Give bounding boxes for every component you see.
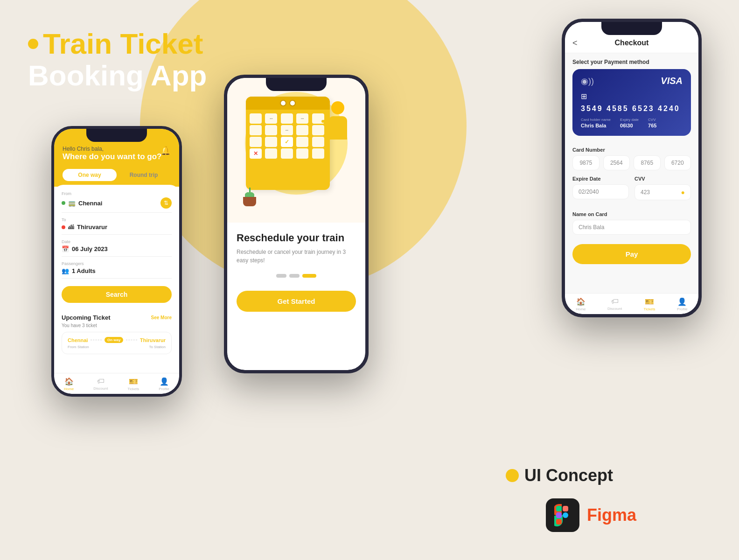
phone-shell-right: < Checkout Select your Payment method ◉)… [562, 19, 702, 317]
p1-greeting: Hello Chris bala, [63, 146, 171, 152]
cvv-label: CVV [648, 118, 656, 122]
expiry-label: Expiry date [620, 118, 639, 122]
from-field: From 🚃 Chennai ⇅ [62, 191, 172, 213]
cal-cell-8 [281, 125, 293, 135]
bell-icon: 🔔 [160, 146, 171, 156]
to-station-label: To Station [149, 345, 166, 349]
eye-icon: ● [681, 189, 685, 196]
nav-discount[interactable]: 🏷 Discount [93, 377, 108, 391]
see-more-link[interactable]: See More [151, 315, 172, 320]
card-holder-value: Chris Bala [581, 123, 611, 128]
card-number-inputs: 9875 2564 8765 6720 [572, 155, 691, 170]
ticket-labels: From Station To Station [68, 345, 166, 349]
ticket-route: Chennai On way Thiruvarur [68, 337, 166, 343]
ui-concept-dot [506, 469, 519, 482]
ticket-badge: On way [105, 337, 123, 343]
date-label: Date [62, 239, 172, 244]
phone-notch-middle [266, 78, 327, 91]
expire-date-label: Expire Date [572, 176, 629, 182]
card-num-input-1[interactable]: 9875 [572, 155, 600, 170]
title-dot [28, 39, 38, 49]
cvv-form-label: CVV [634, 176, 691, 182]
get-started-button[interactable]: Get Started [237, 291, 356, 312]
card-num-input-3[interactable]: 8765 [634, 155, 661, 170]
date-row: 📅 06 July 2023 [62, 245, 172, 252]
svg-rect-4 [563, 506, 568, 511]
svg-rect-2 [556, 512, 562, 518]
tickets-label: Tickets [127, 387, 139, 391]
checkout-title: Checkout [615, 39, 649, 47]
dot-3-active [302, 274, 316, 278]
cal-cell-20 [312, 148, 324, 159]
tab-roundtrip[interactable]: Round trip [117, 169, 171, 181]
payment-method-label: Select your Payment method [572, 59, 691, 65]
profile-label: Profile [159, 387, 169, 391]
p3-nav-discount[interactable]: 🏷 Discount [607, 297, 622, 311]
p1-bottom-nav: 🏠 Home 🏷 Discount 🎫 Tickets 👤 Profile [54, 373, 179, 394]
p3-discount-label: Discount [607, 307, 622, 311]
back-button[interactable]: < [572, 38, 578, 48]
tab-oneway[interactable]: One way [63, 169, 117, 181]
pay-button[interactable]: Pay [572, 244, 691, 264]
p3-home-icon: 🏠 [576, 297, 586, 306]
phone-screen-middle: ✓ ✕ [227, 78, 365, 370]
nav-home[interactable]: 🏠 Home [64, 377, 74, 391]
to-row: 🏙 Thiruvarur [62, 224, 172, 231]
nfc-icon: ◉)) [581, 76, 594, 86]
p2-content: Reschedule your train Reschedule or canc… [227, 223, 365, 316]
home-icon: 🏠 [64, 377, 74, 386]
svg-rect-1 [556, 506, 562, 511]
expire-date-input[interactable]: 02/2040 [572, 184, 629, 199]
to-value[interactable]: Thiruvarur [77, 224, 172, 231]
discount-label: Discount [93, 386, 108, 391]
cal-cell-12 [265, 137, 277, 147]
from-value[interactable]: Chennai [78, 200, 158, 207]
name-on-card-label: Name on Card [572, 211, 691, 217]
p3-nav-home[interactable]: 🏠 Home [576, 297, 586, 311]
p2-main-title: Reschedule your train [237, 232, 356, 244]
p3-home-label: Home [576, 307, 586, 311]
cal-cell-3 [281, 113, 293, 124]
ticket-dash2 [126, 340, 137, 340]
swap-icon[interactable]: ⇅ [160, 197, 172, 209]
cal-cell-14 [296, 137, 308, 147]
plant-leaf-right [247, 192, 254, 197]
date-value[interactable]: 06 July 2023 [72, 245, 172, 252]
card-holder-group: Card holder name Chris Bala [581, 118, 611, 128]
card-num-input-4[interactable]: 6720 [664, 155, 691, 170]
phone-notch-right [601, 22, 662, 35]
cal-cell-2 [265, 113, 277, 124]
nav-profile[interactable]: 👤 Profile [159, 377, 169, 391]
cvv-input-value[interactable]: 423 [641, 189, 678, 196]
p3-nav-profile[interactable]: 👤 Profile [677, 297, 688, 311]
chip-icon: ⊞ [581, 92, 683, 101]
card-num-input-2[interactable]: 2564 [603, 155, 630, 170]
person-head [331, 101, 344, 114]
phone-shell-middle: ✓ ✕ [224, 75, 369, 373]
upcoming-header: Upcoming Ticket See More [62, 314, 172, 321]
name-on-card-input[interactable]: Chris Bala [572, 220, 691, 235]
visa-label: VISA [661, 76, 683, 86]
to-dot [62, 225, 65, 229]
nav-tickets[interactable]: 🎫 Tickets [127, 377, 139, 391]
expiry-group: Expiry date 06\30 [620, 118, 639, 128]
from-station-label: From Station [68, 345, 89, 349]
passengers-value[interactable]: 1 Adults [72, 267, 172, 274]
p3-nav-tickets[interactable]: 🎫 Tickets [644, 297, 655, 311]
cal-check: ✓ [281, 137, 293, 147]
cal-ring-left [280, 100, 286, 106]
person-illustration [321, 101, 354, 140]
person-arm [321, 120, 330, 123]
cal-cell-1 [250, 113, 262, 124]
p3-tickets-icon: 🎫 [645, 297, 654, 306]
p2-subtitle: Reschedule or cancel your train journey … [237, 248, 356, 265]
cc-top: ◉)) VISA [581, 76, 683, 86]
card-number-group: Card Number 9875 2564 8765 6720 [572, 147, 691, 170]
search-button[interactable]: Search [62, 286, 172, 303]
phone-shell-left: Hello Chris bala, Where do you want to g… [51, 126, 182, 397]
cvv-group: CVV 765 [648, 118, 656, 128]
ticket-dash [91, 340, 102, 340]
from-row: 🚃 Chennai ⇅ [62, 197, 172, 209]
cal-header [246, 97, 330, 110]
cal-cell-11 [250, 137, 262, 147]
